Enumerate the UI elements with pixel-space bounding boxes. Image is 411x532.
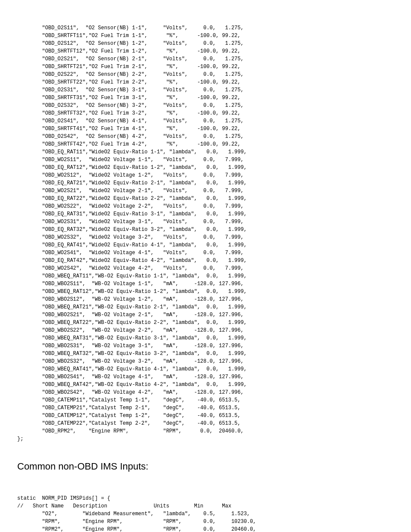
code-line: "OBD_O2S11", "O2 Sensor(NB) 1-1", "Volts… — [17, 24, 394, 32]
code-line: "OBD_WO2S31", "WideO2 Voltage 3-1", "Vol… — [17, 218, 394, 226]
code-line: "OBD_WBO2S41", "WB-O2 Voltage 4-1", "mA"… — [17, 373, 394, 381]
code-line: "OBD_O2S32", "O2 Sensor(NB) 3-2", "Volts… — [17, 102, 394, 109]
code-line: "OBD_CATEMP11","Catalyst Temp 1-1", "deg… — [17, 396, 394, 404]
code-line: "OBD_EQ_RAT11","WideO2 Equiv-Ratio 1-1",… — [17, 148, 394, 156]
code-line: "OBD_WO2S12", "WideO2 Voltage 1-2", "Vol… — [17, 171, 394, 179]
code-line: "OBD_EQ_RAT41","WideO2 Equiv-Ratio 4-1",… — [17, 241, 394, 249]
top-code-block: "OBD_O2S11", "O2 Sensor(NB) 1-1", "Volts… — [17, 9, 394, 451]
code-line: "OBD_O2S31", "O2 Sensor(NB) 3-1", "Volts… — [17, 86, 394, 94]
code-line: "OBD_WBEQ_RAT21","WB-O2 Equiv-Ratio 2-1"… — [17, 303, 394, 311]
code-line: "OBD_WBO2S22", "WB-O2 Voltage 2-2", "mA"… — [17, 327, 394, 334]
code-line: "OBD_O2S42", "O2 Sensor(NB) 4-2", "Volts… — [17, 133, 394, 140]
code-line: "OBD_SHRTFT21","O2 Fuel Trim 2-1", "%", … — [17, 63, 394, 71]
code-line: "OBD_WBO2S32", "WB-O2 Voltage 3-2", "mA"… — [17, 358, 394, 365]
code-line: "OBD_WBEQ_RAT31","WB-O2 Equiv-Ratio 3-1"… — [17, 334, 394, 342]
code-line: "OBD_WO2S21", "WideO2 Voltage 2-1", "Vol… — [17, 187, 394, 195]
code-line: "OBD_EQ_RAT12","WideO2 Equiv-Ratio 1-2",… — [17, 164, 394, 171]
code-line: "OBD_CATEMP12","Catalyst Temp 1-2", "deg… — [17, 412, 394, 420]
code-line: "OBD_WO2S11", "WideO2 Voltage 1-1", "Vol… — [17, 156, 394, 164]
code-line: "OBD_WO2S42", "WideO2 Voltage 4-2", "Vol… — [17, 264, 394, 272]
code-line: "OBD_SHRTFT12","O2 Fuel Trim 1-2", "%", … — [17, 47, 394, 55]
code-line: "OBD_WBO2S42", "WB-O2 Voltage 4-2", "mA"… — [17, 389, 394, 396]
table-row: "O2", "Wideband Measurement", "lambda", … — [17, 510, 394, 518]
code-line: "OBD_WBO2S31", "WB-O2 Voltage 3-1", "mA"… — [17, 342, 394, 350]
code-line: "OBD_O2S12", "O2 Sensor(NB) 1-2", "Volts… — [17, 40, 394, 47]
bottom-code-block: static NORM_PID IMSPids[] = {// Short Na… — [17, 479, 394, 532]
code-line: "OBD_WO2S32", "WideO2 Voltage 3-2", "Vol… — [17, 233, 394, 241]
code-line: "OBD_WBEQ_RAT41","WB-O2 Equiv-Ratio 4-1"… — [17, 365, 394, 373]
code-line: "OBD_CATEMP22","Catalyst Temp 2-2", "deg… — [17, 420, 394, 427]
code-line: "OBD_WBEQ_RAT42","WB-O2 Equiv-Ratio 4-2"… — [17, 381, 394, 389]
code-line: "OBD_WBO2S12", "WB-O2 Voltage 1-2", "mA"… — [17, 296, 394, 303]
code-line: "OBD_EQ_RAT32","WideO2 Equiv-Ratio 3-2",… — [17, 226, 394, 233]
section-heading: Common non-OBD IMS Inputs: — [17, 461, 394, 472]
code-line: "OBD_WBEQ_RAT32","WB-O2 Equiv-Ratio 3-2"… — [17, 350, 394, 358]
code-line: "OBD_WBO2S11", "WB-O2 Voltage 1-1", "mA"… — [17, 280, 394, 288]
code-line: "OBD_CATEMP21","Catalyst Temp 2-1", "deg… — [17, 404, 394, 412]
comment-line: // Short Name Description Units Min Max — [17, 502, 394, 510]
code-line: "OBD_SHRTFT22","O2 Fuel Trim 2-2", "%", … — [17, 78, 394, 86]
code-line: "OBD_SHRTFT32","O2 Fuel Trim 3-2", "%", … — [17, 109, 394, 117]
table-row: "RPM", "Engine RPM", "RPM", 0.0, 10230.0… — [17, 518, 394, 526]
code-line: "OBD_EQ_RAT42","WideO2 Equiv-Ratio 4-2",… — [17, 257, 394, 264]
code-line: "OBD_SHRTFT11","O2 Fuel Trim 1-1", "%", … — [17, 32, 394, 40]
code-line: "OBD_O2S22", "O2 Sensor(NB) 2-2", "Volts… — [17, 71, 394, 78]
code-line: "OBD_WO2S22", "WideO2 Voltage 2-2", "Vol… — [17, 202, 394, 210]
code-line: "OBD_SHRTFT41","O2 Fuel Trim 4-1", "%", … — [17, 125, 394, 133]
code-line: "OBD_EQ_RAT31","WideO2 Equiv-Ratio 3-1",… — [17, 210, 394, 218]
table-row: "RPM2", "Engine RPM", "RPM", 0.0, 20460.… — [17, 526, 394, 532]
code-line: "OBD_EQ_RAT21","WideO2 Equiv-Ratio 2-1",… — [17, 179, 394, 187]
code-line: "OBD_O2S21", "O2 Sensor(NB) 2-1", "Volts… — [17, 55, 394, 63]
code-line: "OBD_O2S41", "O2 Sensor(NB) 4-1", "Volts… — [17, 117, 394, 125]
code-line: "OBD_SHRTFT42","O2 Fuel Trim 4-2", "%", … — [17, 140, 394, 148]
code-line: "OBD_WO2S41", "WideO2 Voltage 4-1", "Vol… — [17, 249, 394, 257]
code-line: "OBD_RPM2", "Engine RPM", "RPM", 0.0, 20… — [17, 427, 394, 435]
code-line: }; — [17, 435, 394, 443]
declaration-line: static NORM_PID IMSPids[] = { — [17, 495, 394, 502]
code-line: "OBD_EQ_RAT22","WideO2 Equiv-Ratio 2-2",… — [17, 195, 394, 202]
code-line: "OBD_WBEQ_RAT11","WB-O2 Equiv-Ratio 1-1"… — [17, 272, 394, 280]
code-line: "OBD_SHRTFT31","O2 Fuel Trim 3-1", "%", … — [17, 94, 394, 102]
code-line: "OBD_WBEQ_RAT12","WB-O2 Equiv-Ratio 1-2"… — [17, 288, 394, 296]
code-line: "OBD_WBO2S21", "WB-O2 Voltage 2-1", "mA"… — [17, 311, 394, 319]
code-line: "OBD_WBEQ_RAT22","WB-O2 Equiv-Ratio 2-2"… — [17, 319, 394, 327]
